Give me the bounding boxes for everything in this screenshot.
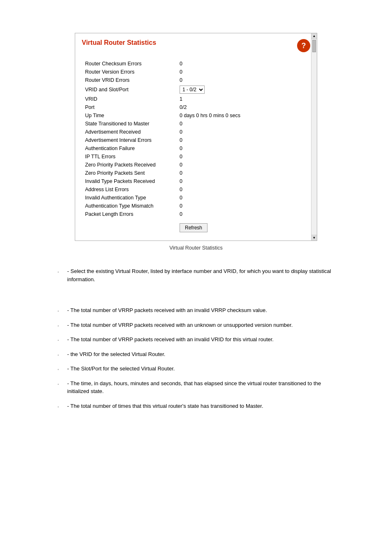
bullet-icon: ◦	[58, 366, 59, 372]
desc-item: ◦- the VRID for the selected Virtual Rou…	[58, 350, 334, 358]
stat-label: Port	[85, 104, 180, 110]
desc-text: - The time, in days, hours, minutes and …	[67, 379, 334, 395]
vrid-slot-port-select[interactable]: 1 - 0/2	[180, 86, 205, 94]
bullet-icon: ◦	[58, 404, 59, 410]
bullet-icon: ◦	[58, 352, 59, 358]
stat-value: 0	[180, 187, 212, 192]
stat-row: Zero Priority Packets Sent0	[85, 169, 310, 177]
stat-row: Advertisement Received0	[85, 128, 310, 136]
stat-row: Zero Priority Packets Received0	[85, 161, 310, 169]
stat-row: Port0/2	[85, 103, 310, 111]
stat-value: 0	[180, 203, 212, 209]
stat-value: 0	[180, 77, 212, 83]
stat-row: VRID1	[85, 95, 310, 103]
desc-item: ◦- The total number of VRRP packets rece…	[58, 335, 334, 344]
stat-label: Advertisement Interval Errors	[85, 137, 180, 143]
stat-value: 0	[180, 162, 212, 168]
stat-label: Packet Length Errors	[85, 211, 180, 217]
stat-value: 0	[180, 195, 212, 201]
desc-text: - The total number of times that this vi…	[67, 402, 334, 410]
stat-label: VRID	[85, 96, 180, 102]
stat-row: Router Checksum Errors0	[85, 60, 310, 68]
desc-text: - Select the existing Virtual Router, li…	[67, 267, 334, 283]
stat-value: 0	[180, 69, 212, 75]
desc-text: - The Slot/Port for the selected Virtual…	[67, 365, 334, 373]
description-section: ◦- Select the existing Virtual Router, l…	[49, 267, 343, 410]
stat-label: Authentication Failure	[85, 146, 180, 151]
desc-text: - The total number of VRRP packets recei…	[67, 306, 334, 314]
desc-item: ◦- Select the existing Virtual Router, l…	[58, 267, 334, 283]
desc-item: ◦- The total number of VRRP packets rece…	[58, 321, 334, 329]
stat-row: Packet Length Errors0	[85, 210, 310, 218]
bullet-icon: ◦	[58, 323, 59, 329]
desc-text: - the VRID for the selected Virtual Rout…	[67, 350, 334, 358]
bullet-icon: ◦	[58, 337, 59, 343]
stat-value: 0	[180, 61, 212, 67]
refresh-row: Refresh	[85, 218, 310, 235]
stat-label: Zero Priority Packets Sent	[85, 170, 180, 176]
scrollbar-up-arrow[interactable]: ▲	[311, 33, 317, 39]
stat-label: Invalid Type Packets Received	[85, 178, 180, 184]
desc-item: ◦- The Slot/Port for the selected Virtua…	[58, 365, 334, 373]
help-icon[interactable]: ?	[297, 39, 310, 52]
stat-row: State Transitioned to Master0	[85, 120, 310, 128]
desc-text: - The total number of VRRP packets recei…	[67, 321, 334, 329]
stat-value: 0	[180, 121, 212, 127]
stat-value: 0 days 0 hrs 0 mins 0 secs	[180, 113, 240, 118]
stat-value: 0/2	[180, 104, 212, 110]
stat-row: VRID and Slot/Port1 - 0/2	[85, 84, 310, 95]
stat-value: 1	[180, 96, 212, 102]
refresh-button[interactable]: Refresh	[180, 223, 208, 232]
bullet-icon: ◦	[58, 269, 59, 275]
stat-value-select[interactable]: 1 - 0/2	[180, 86, 212, 94]
desc-text: - The total number of VRRP packets recei…	[67, 335, 334, 344]
stat-row: Up Time0 days 0 hrs 0 mins 0 secs	[85, 111, 310, 120]
stat-label: Zero Priority Packets Received	[85, 162, 180, 168]
stat-row: Address List Errors0	[85, 185, 310, 194]
stat-row: IP TTL Errors0	[85, 153, 310, 161]
stat-value: 0	[180, 154, 212, 160]
stat-value: 0	[180, 146, 212, 151]
stat-label: Router Version Errors	[85, 69, 180, 75]
stat-label: Router VRID Errors	[85, 77, 180, 83]
panel-title: Virtual Router Statistics	[82, 39, 156, 46]
stat-row: Invalid Authentication Type0	[85, 194, 310, 202]
scrollbar-thumb[interactable]	[312, 40, 316, 52]
stat-row: Advertisement Interval Errors0	[85, 136, 310, 144]
stat-label: State Transitioned to Master	[85, 121, 180, 127]
stat-row: Invalid Type Packets Received0	[85, 177, 310, 185]
virtual-router-statistics-panel: Virtual Router Statistics ? Router Check…	[75, 33, 317, 241]
stat-row: Router Version Errors0	[85, 68, 310, 76]
bullet-icon: ◦	[58, 308, 59, 314]
stat-value: 0	[180, 211, 212, 217]
stat-label: VRID and Slot/Port	[85, 87, 180, 92]
stat-label: IP TTL Errors	[85, 154, 180, 160]
stat-value: 0	[180, 170, 212, 176]
desc-item: ◦- The total number of VRRP packets rece…	[58, 306, 334, 314]
stat-value: 0	[180, 137, 212, 143]
bullet-icon: ◦	[58, 381, 59, 387]
desc-item: ◦- The total number of times that this v…	[58, 402, 334, 410]
stat-value: 0	[180, 178, 212, 184]
stat-label: Advertisement Received	[85, 129, 180, 135]
stat-value: 0	[180, 129, 212, 135]
scrollbar[interactable]: ▲ ▼	[311, 33, 317, 240]
scrollbar-down-arrow[interactable]: ▼	[311, 235, 317, 240]
panel-caption: Virtual Router Statistics	[169, 245, 223, 251]
stat-label: Address List Errors	[85, 187, 180, 192]
stat-row: Authentication Failure0	[85, 144, 310, 153]
panel-body: Router Checksum Errors0Router Version Er…	[75, 56, 317, 240]
stat-label: Invalid Authentication Type	[85, 195, 180, 201]
stat-row: Router VRID Errors0	[85, 76, 310, 84]
stat-label: Router Checksum Errors	[85, 61, 180, 67]
stat-label: Authentication Type Mismatch	[85, 203, 180, 209]
desc-item: ◦- The time, in days, hours, minutes and…	[58, 379, 334, 395]
stat-row: Authentication Type Mismatch0	[85, 202, 310, 210]
stat-label: Up Time	[85, 113, 180, 118]
